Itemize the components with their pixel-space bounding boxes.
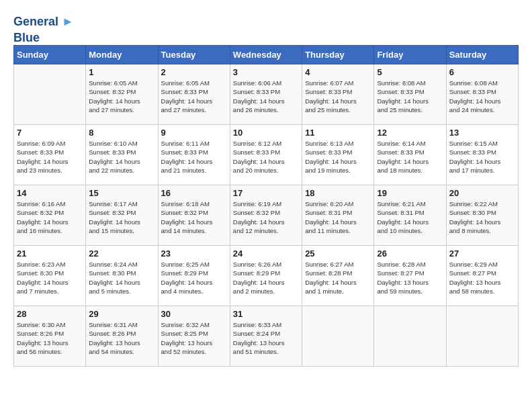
calendar-day-cell: 17Sunrise: 6:19 AM Sunset: 8:32 PM Dayli… (230, 185, 302, 246)
logo: General ►Blue (13, 13, 74, 45)
day-number: 8 (89, 128, 154, 138)
day-number: 17 (233, 188, 299, 198)
calendar-day-cell: 25Sunrise: 6:27 AM Sunset: 8:28 PM Dayli… (302, 246, 374, 306)
day-info: Sunrise: 6:23 AM Sunset: 8:30 PM Dayligh… (17, 260, 83, 295)
day-number: 22 (89, 248, 154, 259)
day-number: 12 (377, 128, 443, 138)
calendar-day-cell: 24Sunrise: 6:26 AM Sunset: 8:29 PM Dayli… (230, 246, 302, 306)
calendar-day-cell: 14Sunrise: 6:16 AM Sunset: 8:32 PM Dayli… (14, 185, 86, 246)
day-number: 13 (449, 128, 515, 138)
calendar-week-row: 7Sunrise: 6:09 AM Sunset: 8:33 PM Daylig… (14, 125, 519, 185)
calendar-day-cell: 29Sunrise: 6:31 AM Sunset: 8:26 PM Dayli… (86, 306, 158, 367)
day-number: 18 (305, 188, 371, 198)
day-info: Sunrise: 6:12 AM Sunset: 8:33 PM Dayligh… (233, 139, 299, 175)
day-number: 23 (161, 248, 227, 259)
calendar-day-cell: 8Sunrise: 6:10 AM Sunset: 8:33 PM Daylig… (86, 125, 158, 185)
day-number: 31 (233, 309, 299, 319)
calendar-day-cell: 28Sunrise: 6:30 AM Sunset: 8:26 PM Dayli… (14, 306, 86, 367)
day-number: 24 (233, 248, 299, 259)
day-info: Sunrise: 6:06 AM Sunset: 8:33 PM Dayligh… (233, 79, 299, 114)
day-number: 20 (449, 188, 515, 198)
day-number: 7 (17, 128, 83, 138)
calendar-day-cell: 5Sunrise: 6:08 AM Sunset: 8:33 PM Daylig… (374, 64, 446, 125)
calendar-week-row: 14Sunrise: 6:16 AM Sunset: 8:32 PM Dayli… (14, 185, 519, 246)
calendar-day-cell: 11Sunrise: 6:13 AM Sunset: 8:33 PM Dayli… (302, 125, 374, 185)
day-info: Sunrise: 6:33 AM Sunset: 8:24 PM Dayligh… (233, 320, 299, 356)
day-info: Sunrise: 6:10 AM Sunset: 8:33 PM Dayligh… (89, 139, 154, 175)
day-info: Sunrise: 6:27 AM Sunset: 8:28 PM Dayligh… (305, 260, 371, 295)
calendar-day-cell: 12Sunrise: 6:14 AM Sunset: 8:33 PM Dayli… (374, 125, 446, 185)
day-info: Sunrise: 6:24 AM Sunset: 8:30 PM Dayligh… (89, 260, 154, 295)
header-wednesday: Wednesday (230, 46, 302, 64)
day-number: 2 (161, 67, 227, 77)
header-friday: Friday (374, 46, 446, 64)
day-number: 29 (89, 309, 154, 319)
day-number: 6 (449, 67, 515, 77)
calendar-day-cell: 2Sunrise: 6:05 AM Sunset: 8:33 PM Daylig… (158, 64, 230, 125)
day-number: 21 (17, 248, 83, 259)
day-number: 4 (305, 67, 371, 77)
calendar-day-cell: 9Sunrise: 6:11 AM Sunset: 8:33 PM Daylig… (158, 125, 230, 185)
day-number: 25 (305, 248, 371, 259)
day-number: 19 (377, 188, 443, 198)
calendar-day-cell: 20Sunrise: 6:22 AM Sunset: 8:30 PM Dayli… (446, 185, 518, 246)
day-number: 30 (161, 309, 227, 319)
day-number: 3 (233, 67, 299, 77)
header-saturday: Saturday (446, 46, 518, 64)
calendar-day-cell: 1Sunrise: 6:05 AM Sunset: 8:32 PM Daylig… (86, 64, 158, 125)
day-number: 15 (89, 188, 154, 198)
calendar-day-cell: 6Sunrise: 6:08 AM Sunset: 8:33 PM Daylig… (446, 64, 518, 125)
calendar-day-cell (446, 306, 518, 367)
day-number: 10 (233, 128, 299, 138)
calendar-day-cell (14, 64, 86, 125)
day-info: Sunrise: 6:26 AM Sunset: 8:29 PM Dayligh… (233, 260, 299, 295)
day-info: Sunrise: 6:08 AM Sunset: 8:33 PM Dayligh… (377, 79, 443, 114)
calendar-week-row: 28Sunrise: 6:30 AM Sunset: 8:26 PM Dayli… (14, 306, 519, 367)
calendar-day-cell: 27Sunrise: 6:29 AM Sunset: 8:27 PM Dayli… (446, 246, 518, 306)
day-number: 28 (17, 309, 83, 319)
day-info: Sunrise: 6:18 AM Sunset: 8:32 PM Dayligh… (161, 199, 227, 235)
day-number: 14 (17, 188, 83, 198)
day-info: Sunrise: 6:30 AM Sunset: 8:26 PM Dayligh… (17, 320, 83, 356)
day-info: Sunrise: 6:19 AM Sunset: 8:32 PM Dayligh… (233, 199, 299, 235)
calendar-day-cell: 31Sunrise: 6:33 AM Sunset: 8:24 PM Dayli… (230, 306, 302, 367)
day-number: 1 (89, 67, 154, 77)
calendar-day-cell: 16Sunrise: 6:18 AM Sunset: 8:32 PM Dayli… (158, 185, 230, 246)
header-tuesday: Tuesday (158, 46, 230, 64)
day-number: 16 (161, 188, 227, 198)
calendar-week-row: 21Sunrise: 6:23 AM Sunset: 8:30 PM Dayli… (14, 246, 519, 306)
calendar-day-cell: 26Sunrise: 6:28 AM Sunset: 8:27 PM Dayli… (374, 246, 446, 306)
day-info: Sunrise: 6:05 AM Sunset: 8:33 PM Dayligh… (161, 79, 227, 114)
day-info: Sunrise: 6:14 AM Sunset: 8:33 PM Dayligh… (377, 139, 443, 175)
calendar-day-cell: 18Sunrise: 6:20 AM Sunset: 8:31 PM Dayli… (302, 185, 374, 246)
day-info: Sunrise: 6:08 AM Sunset: 8:33 PM Dayligh… (449, 79, 515, 114)
day-info: Sunrise: 6:31 AM Sunset: 8:26 PM Dayligh… (89, 320, 154, 356)
day-info: Sunrise: 6:09 AM Sunset: 8:33 PM Dayligh… (17, 139, 83, 175)
day-number: 26 (377, 248, 443, 259)
calendar-day-cell (374, 306, 446, 367)
calendar-week-row: 1Sunrise: 6:05 AM Sunset: 8:32 PM Daylig… (14, 64, 519, 125)
day-info: Sunrise: 6:05 AM Sunset: 8:32 PM Dayligh… (89, 79, 154, 114)
weekday-header-row: SundayMondayTuesdayWednesdayThursdayFrid… (14, 46, 519, 64)
calendar-day-cell: 10Sunrise: 6:12 AM Sunset: 8:33 PM Dayli… (230, 125, 302, 185)
day-info: Sunrise: 6:29 AM Sunset: 8:27 PM Dayligh… (449, 260, 515, 295)
day-info: Sunrise: 6:28 AM Sunset: 8:27 PM Dayligh… (377, 260, 443, 295)
calendar-day-cell: 13Sunrise: 6:15 AM Sunset: 8:33 PM Dayli… (446, 125, 518, 185)
day-number: 11 (305, 128, 371, 138)
day-number: 27 (449, 248, 515, 259)
day-number: 5 (377, 67, 443, 77)
day-info: Sunrise: 6:22 AM Sunset: 8:30 PM Dayligh… (449, 199, 515, 235)
calendar-day-cell: 22Sunrise: 6:24 AM Sunset: 8:30 PM Dayli… (86, 246, 158, 306)
calendar-day-cell: 4Sunrise: 6:07 AM Sunset: 8:33 PM Daylig… (302, 64, 374, 125)
calendar-day-cell (302, 306, 374, 367)
day-number: 9 (161, 128, 227, 138)
day-info: Sunrise: 6:20 AM Sunset: 8:31 PM Dayligh… (305, 199, 371, 235)
header-sunday: Sunday (14, 46, 86, 64)
calendar-day-cell: 19Sunrise: 6:21 AM Sunset: 8:31 PM Dayli… (374, 185, 446, 246)
header-monday: Monday (86, 46, 158, 64)
day-info: Sunrise: 6:07 AM Sunset: 8:33 PM Dayligh… (305, 79, 371, 114)
calendar-day-cell: 15Sunrise: 6:17 AM Sunset: 8:32 PM Dayli… (86, 185, 158, 246)
calendar-day-cell: 3Sunrise: 6:06 AM Sunset: 8:33 PM Daylig… (230, 64, 302, 125)
calendar-table: SundayMondayTuesdayWednesdayThursdayFrid… (13, 45, 519, 367)
calendar-day-cell: 30Sunrise: 6:32 AM Sunset: 8:25 PM Dayli… (158, 306, 230, 367)
